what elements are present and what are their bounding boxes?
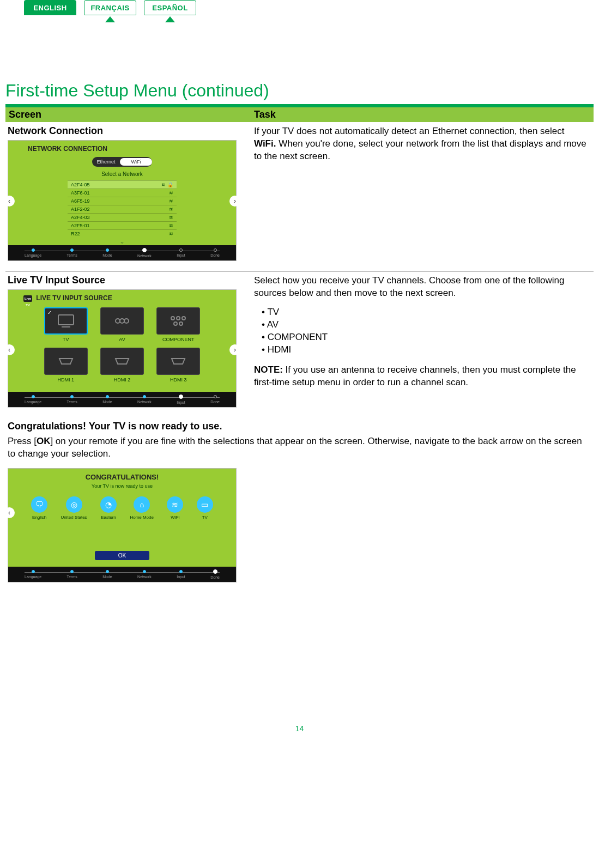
bullet-item: AV [262,319,588,331]
step-item: Language [25,248,41,257]
input-note: NOTE: If you use an antenna to receive c… [254,364,588,389]
source-label: TV [40,337,91,342]
svg-point-6 [177,317,180,320]
step-item: Terms [67,570,77,579]
svg-point-3 [120,319,124,323]
congrats-screenshot: CONGRATULATIONS! Your TV is now ready to… [8,468,237,582]
source-thumb [44,348,88,375]
network-item[interactable]: A1F2-02≋ [68,205,177,213]
input-task-intro: Select how you receive your TV channels.… [254,275,588,300]
summary-icon: ▭ [197,496,213,513]
bullet-item: COMPONENT [262,331,588,344]
nav-prev-icon[interactable]: ‹ [4,344,15,355]
svg-point-2 [116,319,120,323]
nav-prev-icon[interactable]: ‹ [4,507,15,518]
summary-item: ▭TV [197,496,213,520]
tab-francais[interactable]: FRANÇAIS [84,0,136,15]
source-label: COMPONENT [153,337,204,342]
connection-toggle[interactable]: Ethernet WiFi [92,157,152,167]
step-item: Mode [102,570,112,579]
network-item[interactable]: A2F4-03≋ [68,213,177,221]
source-item[interactable]: HDMI 3 [153,348,204,383]
step-item: Language [25,570,41,579]
source-label: HDMI 1 [40,377,91,383]
source-thumb [100,307,144,335]
source-thumb [100,348,144,375]
chevron-down-icon[interactable]: ⌄ [8,238,236,245]
input-screenshot: LiveTV LIVE TV INPUT SOURCE ‹ › TVAVCOMP… [8,289,237,408]
nav-next-icon[interactable]: › [229,344,240,355]
row-input-source: Live TV Input Source LiveTV LIVE TV INPU… [5,271,594,417]
source-grid: TVAVCOMPONENTHDMI 1HDMI 2HDMI 3 [40,307,204,383]
wifi-icon: ≋ [169,215,173,220]
svg-rect-0 [58,315,74,325]
step-item: Input [177,248,185,257]
network-item[interactable]: R22≋ [68,229,177,238]
step-item: Input [177,394,185,404]
source-thumb [44,307,88,335]
wifi-icon: ≋ [169,198,173,204]
summary-icon: ≋ [167,496,183,513]
wifi-icon: ≋ 🔒 [161,182,173,187]
source-thumb [156,348,200,375]
bullet-item: HDMI [262,344,588,356]
step-bar: LanguageTermsModeNetworkInputDone [8,245,236,260]
svg-point-9 [179,322,183,325]
step-item: Input [177,570,185,579]
network-item[interactable]: A2F5-01≋ [68,221,177,229]
congrats-icons: 🗨English◎United States◔Eastern⌂Home Mode… [8,496,236,520]
step-item: Mode [102,248,112,257]
step-item: Done [210,248,220,257]
triangle-icon [105,16,115,22]
summary-item: ◔Eastern [100,496,117,520]
step-item: Done [210,569,220,579]
network-task-text: If your TV does not automatically detect… [254,125,588,163]
source-item[interactable]: HDMI 2 [96,348,147,383]
tab-espanol[interactable]: ESPAÑOL [144,0,196,15]
summary-label: Home Mode [130,515,154,520]
source-item[interactable]: COMPONENT [153,307,204,342]
summary-label: United States [61,515,87,520]
step-item: Language [25,395,41,404]
network-item[interactable]: A3F6-01≋ [68,189,177,197]
livetv-icon: LiveTV [23,295,32,302]
nav-prev-icon[interactable]: ‹ [4,196,15,207]
congrats-text: Press [OK] on your remote if you are fin… [8,435,591,460]
column-header-row: Screen Task [5,107,594,122]
toggle-wifi: WiFi [120,158,152,166]
language-tabs: ENGLISH FRANÇAIS ESPAÑOL [5,0,594,15]
summary-item: ≋WiFi [167,496,183,520]
page-number: 14 [5,724,594,733]
congrats-shot-sub: Your TV is now ready to use [8,483,236,489]
svg-point-8 [174,322,177,325]
network-item[interactable]: A6F5-19≋ [68,197,177,205]
step-item: Terms [67,248,77,257]
source-item[interactable]: AV [96,307,147,342]
triangle-icon [165,16,175,22]
network-shot-title: NETWORK CONNECTION [8,141,236,153]
summary-label: English [32,515,46,520]
wifi-icon: ≋ [169,190,173,196]
ok-button[interactable]: OK [95,551,149,560]
tab-english[interactable]: ENGLISH [24,0,76,15]
summary-item: 🗨English [31,496,47,520]
svg-point-4 [124,319,129,323]
select-network-label: Select a Network [8,171,236,177]
network-item[interactable]: A2F4-05≋ 🔒 [68,180,177,189]
input-shot-title: LiveTV LIVE TV INPUT SOURCE [8,290,236,302]
input-source-bullets: TVAVCOMPONENTHDMI [254,306,588,356]
source-label: AV [96,337,147,342]
step-item: Network [137,395,152,404]
nav-next-icon[interactable]: › [229,196,240,207]
page-title: First-time Setup Menu (continued) [5,81,594,101]
summary-item: ⌂Home Mode [130,496,154,520]
summary-label: TV [202,515,208,520]
step-item: Network [137,570,152,579]
source-item[interactable]: HDMI 1 [40,348,91,383]
summary-item: ◎United States [61,496,87,520]
input-subhead: Live TV Input Source [8,275,251,286]
source-item[interactable]: TV [40,307,91,342]
summary-label: WiFi [171,515,179,520]
network-screenshot: NETWORK CONNECTION ‹ › Ethernet WiFi Sel… [8,140,237,261]
svg-point-7 [182,317,185,320]
